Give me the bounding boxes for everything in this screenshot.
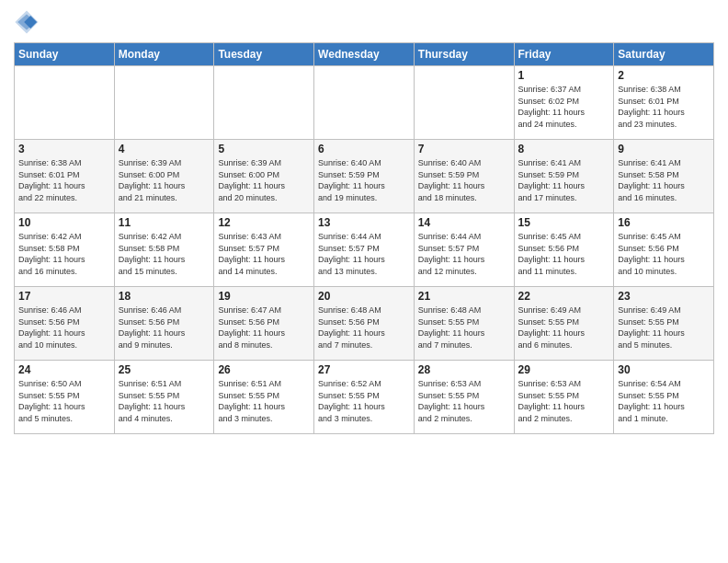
header <box>14 9 714 35</box>
calendar-cell: 20Sunrise: 6:48 AM Sunset: 5:56 PM Dayli… <box>314 287 415 361</box>
day-number: 14 <box>418 216 510 229</box>
calendar-cell: 24Sunrise: 6:50 AM Sunset: 5:55 PM Dayli… <box>15 361 115 434</box>
day-number: 11 <box>119 216 210 229</box>
weekday-header-row: SundayMondayTuesdayWednesdayThursdayFrid… <box>15 43 714 66</box>
day-number: 9 <box>618 143 710 155</box>
day-info: Sunrise: 6:46 AM Sunset: 5:56 PM Dayligh… <box>119 304 210 350</box>
calendar-cell: 28Sunrise: 6:53 AM Sunset: 5:55 PM Dayli… <box>414 361 514 434</box>
day-info: Sunrise: 6:39 AM Sunset: 6:00 PM Dayligh… <box>218 157 310 203</box>
calendar-cell: 16Sunrise: 6:45 AM Sunset: 5:56 PM Dayli… <box>614 213 714 287</box>
weekday-header-friday: Friday <box>514 43 614 66</box>
calendar-cell: 11Sunrise: 6:42 AM Sunset: 5:58 PM Dayli… <box>114 213 214 287</box>
day-number: 22 <box>518 290 610 303</box>
calendar-cell: 6Sunrise: 6:40 AM Sunset: 5:59 PM Daylig… <box>314 140 415 213</box>
logo-icon <box>14 9 40 35</box>
weekday-header-thursday: Thursday <box>414 43 514 66</box>
day-info: Sunrise: 6:49 AM Sunset: 5:55 PM Dayligh… <box>518 304 610 350</box>
calendar-cell: 10Sunrise: 6:42 AM Sunset: 5:58 PM Dayli… <box>15 213 115 287</box>
page: SundayMondayTuesdayWednesdayThursdayFrid… <box>0 0 728 563</box>
day-info: Sunrise: 6:50 AM Sunset: 5:55 PM Dayligh… <box>18 378 110 424</box>
day-info: Sunrise: 6:53 AM Sunset: 5:55 PM Dayligh… <box>418 378 510 424</box>
day-info: Sunrise: 6:44 AM Sunset: 5:57 PM Dayligh… <box>418 231 510 277</box>
weekday-header-saturday: Saturday <box>614 43 714 66</box>
day-number: 28 <box>418 363 510 376</box>
day-info: Sunrise: 6:43 AM Sunset: 5:57 PM Dayligh… <box>218 231 310 277</box>
week-row-1: 1Sunrise: 6:37 AM Sunset: 6:02 PM Daylig… <box>15 66 714 140</box>
calendar-cell: 23Sunrise: 6:49 AM Sunset: 5:55 PM Dayli… <box>614 287 714 361</box>
day-number: 27 <box>318 363 410 376</box>
week-row-4: 17Sunrise: 6:46 AM Sunset: 5:56 PM Dayli… <box>15 287 714 361</box>
day-number: 15 <box>518 216 610 229</box>
week-row-3: 10Sunrise: 6:42 AM Sunset: 5:58 PM Dayli… <box>15 213 714 287</box>
calendar-cell: 26Sunrise: 6:51 AM Sunset: 5:55 PM Dayli… <box>214 361 314 434</box>
day-info: Sunrise: 6:49 AM Sunset: 5:55 PM Dayligh… <box>618 304 710 350</box>
day-number: 19 <box>218 290 310 303</box>
day-number: 4 <box>119 143 210 155</box>
day-info: Sunrise: 6:51 AM Sunset: 5:55 PM Dayligh… <box>119 378 210 424</box>
day-number: 3 <box>18 143 110 155</box>
calendar-cell: 29Sunrise: 6:53 AM Sunset: 5:55 PM Dayli… <box>514 361 614 434</box>
calendar-cell: 2Sunrise: 6:38 AM Sunset: 6:01 PM Daylig… <box>614 66 714 140</box>
day-number: 30 <box>618 363 710 376</box>
calendar-cell <box>114 66 214 140</box>
calendar-cell: 5Sunrise: 6:39 AM Sunset: 6:00 PM Daylig… <box>214 140 314 213</box>
day-info: Sunrise: 6:48 AM Sunset: 5:55 PM Dayligh… <box>418 304 510 350</box>
calendar-cell <box>15 66 115 140</box>
calendar-cell: 1Sunrise: 6:37 AM Sunset: 6:02 PM Daylig… <box>514 66 614 140</box>
calendar-cell: 19Sunrise: 6:47 AM Sunset: 5:56 PM Dayli… <box>214 287 314 361</box>
week-row-5: 24Sunrise: 6:50 AM Sunset: 5:55 PM Dayli… <box>15 361 714 434</box>
day-number: 1 <box>518 69 610 82</box>
calendar-cell: 18Sunrise: 6:46 AM Sunset: 5:56 PM Dayli… <box>114 287 214 361</box>
day-number: 23 <box>618 290 710 303</box>
day-info: Sunrise: 6:47 AM Sunset: 5:56 PM Dayligh… <box>218 304 310 350</box>
calendar-cell <box>414 66 514 140</box>
day-number: 5 <box>218 143 310 155</box>
day-number: 13 <box>318 216 410 229</box>
day-info: Sunrise: 6:42 AM Sunset: 5:58 PM Dayligh… <box>18 231 110 277</box>
calendar-cell: 8Sunrise: 6:41 AM Sunset: 5:59 PM Daylig… <box>514 140 614 213</box>
day-number: 24 <box>18 363 110 376</box>
calendar-cell: 9Sunrise: 6:41 AM Sunset: 5:58 PM Daylig… <box>614 140 714 213</box>
calendar-cell: 27Sunrise: 6:52 AM Sunset: 5:55 PM Dayli… <box>314 361 415 434</box>
weekday-header-sunday: Sunday <box>15 43 115 66</box>
day-info: Sunrise: 6:37 AM Sunset: 6:02 PM Dayligh… <box>518 84 610 130</box>
day-number: 21 <box>418 290 510 303</box>
calendar-cell: 17Sunrise: 6:46 AM Sunset: 5:56 PM Dayli… <box>15 287 115 361</box>
day-number: 20 <box>318 290 410 303</box>
day-number: 29 <box>518 363 610 376</box>
day-info: Sunrise: 6:45 AM Sunset: 5:56 PM Dayligh… <box>518 231 610 277</box>
day-info: Sunrise: 6:46 AM Sunset: 5:56 PM Dayligh… <box>18 304 110 350</box>
weekday-header-wednesday: Wednesday <box>314 43 415 66</box>
day-number: 18 <box>119 290 210 303</box>
day-number: 12 <box>218 216 310 229</box>
day-info: Sunrise: 6:41 AM Sunset: 5:58 PM Dayligh… <box>618 157 710 203</box>
day-info: Sunrise: 6:41 AM Sunset: 5:59 PM Dayligh… <box>518 157 610 203</box>
day-info: Sunrise: 6:44 AM Sunset: 5:57 PM Dayligh… <box>318 231 410 277</box>
day-info: Sunrise: 6:38 AM Sunset: 6:01 PM Dayligh… <box>18 157 110 203</box>
calendar-cell: 4Sunrise: 6:39 AM Sunset: 6:00 PM Daylig… <box>114 140 214 213</box>
calendar-cell: 7Sunrise: 6:40 AM Sunset: 5:59 PM Daylig… <box>414 140 514 213</box>
day-number: 25 <box>119 363 210 376</box>
week-row-2: 3Sunrise: 6:38 AM Sunset: 6:01 PM Daylig… <box>15 140 714 213</box>
day-info: Sunrise: 6:40 AM Sunset: 5:59 PM Dayligh… <box>318 157 410 203</box>
day-number: 16 <box>618 216 710 229</box>
calendar-cell: 14Sunrise: 6:44 AM Sunset: 5:57 PM Dayli… <box>414 213 514 287</box>
day-info: Sunrise: 6:54 AM Sunset: 5:55 PM Dayligh… <box>618 378 710 424</box>
day-number: 17 <box>18 290 110 303</box>
calendar-cell: 12Sunrise: 6:43 AM Sunset: 5:57 PM Dayli… <box>214 213 314 287</box>
day-info: Sunrise: 6:52 AM Sunset: 5:55 PM Dayligh… <box>318 378 410 424</box>
day-info: Sunrise: 6:48 AM Sunset: 5:56 PM Dayligh… <box>318 304 410 350</box>
day-info: Sunrise: 6:40 AM Sunset: 5:59 PM Dayligh… <box>418 157 510 203</box>
calendar-cell: 15Sunrise: 6:45 AM Sunset: 5:56 PM Dayli… <box>514 213 614 287</box>
calendar-cell: 25Sunrise: 6:51 AM Sunset: 5:55 PM Dayli… <box>114 361 214 434</box>
calendar-cell: 30Sunrise: 6:54 AM Sunset: 5:55 PM Dayli… <box>614 361 714 434</box>
day-info: Sunrise: 6:53 AM Sunset: 5:55 PM Dayligh… <box>518 378 610 424</box>
day-info: Sunrise: 6:51 AM Sunset: 5:55 PM Dayligh… <box>218 378 310 424</box>
day-number: 10 <box>18 216 110 229</box>
weekday-header-tuesday: Tuesday <box>214 43 314 66</box>
calendar-cell: 21Sunrise: 6:48 AM Sunset: 5:55 PM Dayli… <box>414 287 514 361</box>
calendar-cell: 22Sunrise: 6:49 AM Sunset: 5:55 PM Dayli… <box>514 287 614 361</box>
day-info: Sunrise: 6:42 AM Sunset: 5:58 PM Dayligh… <box>119 231 210 277</box>
day-info: Sunrise: 6:38 AM Sunset: 6:01 PM Dayligh… <box>618 84 710 130</box>
weekday-header-monday: Monday <box>114 43 214 66</box>
